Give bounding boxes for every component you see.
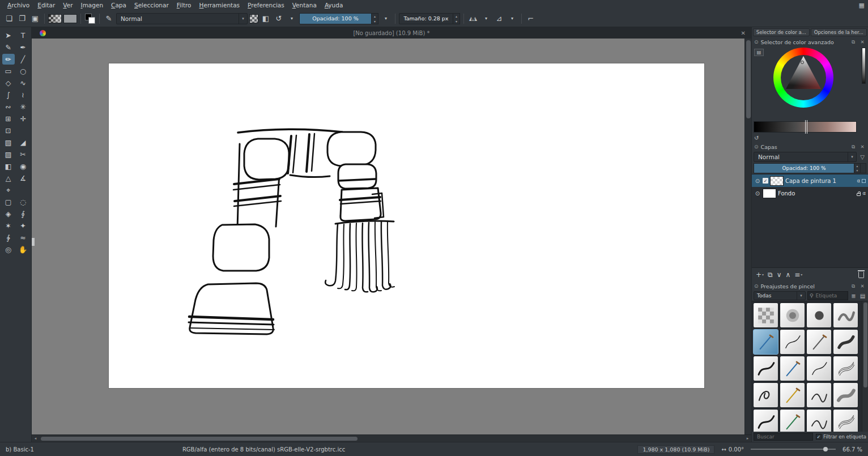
menu-preferencias[interactable]: Preferencias <box>244 1 288 9</box>
brush-preset-marker[interactable] <box>833 329 858 355</box>
filter-by-tag-checkbox[interactable]: ✓ Filtrar en etiqueta <box>816 434 866 440</box>
horizontal-scrollbar-thumb[interactable] <box>41 437 358 441</box>
layer-properties-button[interactable]: ≡▾ <box>794 271 802 278</box>
tag-search-box[interactable]: ⚲ <box>807 291 848 300</box>
tool-similar-select[interactable]: ✦ <box>17 220 29 231</box>
tab-color-selector[interactable]: Selector de color a... <box>753 28 810 36</box>
size-spinner[interactable]: ▴ ▾ <box>453 13 460 24</box>
brush-preset-pencil-blue-selected[interactable] <box>753 329 778 355</box>
brush-preset-pencil-gray[interactable] <box>806 329 832 355</box>
tool-bezier-curve[interactable]: ∫ <box>2 90 15 100</box>
brush-scrollbar-thumb[interactable] <box>863 302 867 387</box>
brush-editor-icon[interactable]: ✎ <box>103 13 114 24</box>
tool-line[interactable]: ╱ <box>17 54 29 65</box>
spin-up-icon[interactable]: ▴ <box>453 14 459 19</box>
tool-transform[interactable]: ⊞ <box>2 113 15 124</box>
brush-preset-pencil-yellow[interactable] <box>780 382 805 408</box>
menu-herramientas[interactable]: Herramientas <box>195 1 244 9</box>
lock-icon[interactable] <box>857 193 861 196</box>
tool-freehand-brush[interactable]: ✏ <box>2 54 15 65</box>
brush-preset-pencil-green[interactable] <box>780 409 805 432</box>
tool-bezier-select[interactable]: ∳ <box>2 232 15 243</box>
horizontal-scrollbar[interactable]: ◂ ▸ <box>32 434 751 442</box>
move-layer-up-button[interactable]: ∧ <box>785 271 790 278</box>
chevron-down-icon[interactable]: ▾ <box>380 13 392 24</box>
tool-assistants[interactable]: △ <box>2 173 15 184</box>
brush-search-input[interactable] <box>756 433 811 440</box>
tool-pattern-edit[interactable]: ▨ <box>2 149 15 160</box>
visibility-icon[interactable]: ⊙ <box>754 190 761 197</box>
brush-scrollbar[interactable] <box>862 301 868 432</box>
tool-select-shapes[interactable]: ➤ <box>2 30 15 41</box>
brush-search-box[interactable] <box>754 433 813 441</box>
menu-filtro[interactable]: Filtro <box>173 1 195 9</box>
mirror-horizontal-icon[interactable]: ◭◮ <box>467 13 479 24</box>
brush-preset-stroke[interactable] <box>753 356 778 381</box>
scroll-right-icon[interactable]: ▸ <box>744 435 751 442</box>
vertical-scrollbar-thumb[interactable] <box>746 40 751 118</box>
filter-layers-icon[interactable]: ▽ <box>858 154 866 160</box>
canvas[interactable] <box>109 63 704 388</box>
size-slider[interactable]: Tamaño: 0.28 px ▴ ▾ <box>399 13 460 24</box>
foreground-background-colors[interactable] <box>84 13 96 24</box>
move-layer-down-button[interactable]: ∨ <box>777 271 782 278</box>
tool-pan[interactable]: ✋ <box>17 244 29 255</box>
tool-dynamic-brush[interactable]: ∾ <box>2 101 15 112</box>
tool-fill[interactable]: ◧ <box>2 161 15 172</box>
zoom-slider[interactable] <box>751 445 836 453</box>
float-docker-icon[interactable]: ⧉ <box>850 283 857 289</box>
reset-colors-icon[interactable]: ↺ <box>754 135 759 141</box>
tool-edit-shapes[interactable]: ✎ <box>2 42 15 53</box>
alpha-lock-icon[interactable]: ◧ <box>260 13 271 24</box>
chevron-down-icon[interactable]: ▾ <box>239 14 247 24</box>
tool-zoom[interactable]: ◎ <box>2 244 15 255</box>
save-document-icon[interactable]: ▣ <box>29 13 41 24</box>
menu-capa[interactable]: Capa <box>107 1 130 9</box>
tool-ellipse[interactable]: ○ <box>17 66 29 76</box>
opacity-spinner[interactable]: ▴ ▾ <box>372 13 378 24</box>
layer-row[interactable]: ⊙ Fondo α <box>752 187 868 199</box>
alpha-icon[interactable]: α <box>862 190 866 196</box>
brush-preset-soft[interactable] <box>780 302 805 328</box>
tool-freehand-path[interactable]: ≀ <box>17 90 29 100</box>
brush-preset-swoosh[interactable] <box>806 409 832 432</box>
tool-enclose-fill[interactable]: ◉ <box>17 161 29 172</box>
layer-opacity-menu[interactable] <box>861 163 866 173</box>
tool-text[interactable]: T <box>17 30 29 41</box>
menu-ventana[interactable]: Ventana <box>288 1 321 9</box>
color-settings-button[interactable]: ▤ <box>754 49 764 56</box>
chevron-down-icon[interactable]: ▾ <box>480 13 492 24</box>
zoom-slider-handle[interactable] <box>823 447 828 451</box>
brush-preset-ink[interactable] <box>780 329 805 355</box>
mirror-vertical-icon[interactable]: ⊿ <box>493 13 505 24</box>
brush-preset-swoosh[interactable] <box>806 382 832 408</box>
shade-selector[interactable] <box>754 121 857 133</box>
spin-down-icon[interactable]: ▾ <box>854 168 860 173</box>
chevron-down-icon[interactable]: ▾ <box>286 13 297 24</box>
layer-checkbox[interactable]: ✓ <box>763 178 768 184</box>
color-cursor[interactable] <box>801 61 804 64</box>
scroll-left-icon[interactable]: ◂ <box>32 435 39 442</box>
menu-ayuda[interactable]: Ayuda <box>321 1 347 9</box>
close-docker-icon[interactable]: ✕ <box>859 39 866 45</box>
menu-ver[interactable]: Ver <box>59 1 76 9</box>
tool-polygon[interactable]: ◇ <box>2 78 15 88</box>
close-icon[interactable]: ✕ <box>741 30 746 36</box>
visibility-icon[interactable]: ⊙ <box>754 178 761 184</box>
spin-down-icon[interactable]: ▾ <box>453 19 459 24</box>
brush-preset-ink[interactable] <box>806 356 832 381</box>
alpha-icon[interactable]: α <box>857 178 860 184</box>
workspace-chooser-icon[interactable]: ▦ <box>859 2 865 9</box>
tool-crop[interactable]: ⊡ <box>2 125 15 136</box>
tool-calligraphy[interactable]: ✒ <box>17 42 29 53</box>
mirror-axis-handle[interactable] <box>32 238 35 246</box>
float-docker-icon[interactable]: ⧉ <box>850 144 857 150</box>
grid-view-icon[interactable]: ▤ <box>859 293 866 299</box>
brush-preset-eraser[interactable] <box>753 302 778 328</box>
open-document-icon[interactable]: ❐ <box>16 13 28 24</box>
menu-editar[interactable]: Editar <box>33 1 59 9</box>
close-docker-icon[interactable]: ✕ <box>859 283 866 289</box>
trim-to-image-icon[interactable]: ⌐ <box>525 13 537 24</box>
background-color[interactable] <box>88 17 95 24</box>
canvas-angle[interactable]: ↔ 0.00° <box>721 446 744 453</box>
